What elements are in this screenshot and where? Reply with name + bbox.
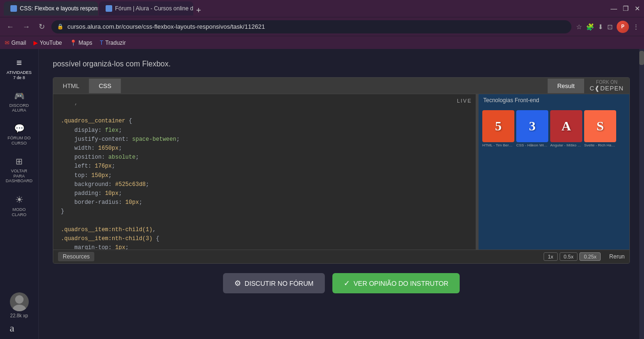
sidebar-item-dashboard[interactable]: ⊞ VOLTARPARADASHBOARD [2,153,36,187]
code-line: .quadros__item:nth-child(3) { [61,234,468,243]
alura-logo: a [10,322,29,334]
tab-active[interactable]: CSS: Flexbox e layouts responsi... ✕ [4,1,98,16]
css-tab[interactable]: CSS [89,79,121,93]
preview-header: Tecnologias Front-end [479,94,629,106]
bookmark-traduzir[interactable]: T Traduzir [100,40,126,46]
forum-label: FÓRUM DOCURSO [8,136,31,146]
gmail-label: Gmail [11,40,26,46]
code-line: .quadros__container { [61,117,468,126]
preview-card-angular: A [550,110,582,142]
bottom-actions: ⚙ DISCUTIR NO FÓRUM ✓ VER OPINIÃO DO INS… [39,264,644,303]
live-badge: LIVE [457,98,472,104]
discord-icon: 🎮 [14,91,25,101]
sidebar-item-discord[interactable]: 🎮 DISCORDALURA [2,87,36,117]
address-input-box[interactable]: 🔒 cursos.alura.com.br/course/css-flexbox… [51,20,571,33]
codepen-embed: HTML CSS Result FORK ON C❰DEPEN LIVE , [53,77,630,264]
codepen-body: LIVE , .quadros__container { display: fl… [53,94,629,250]
instructor-btn-icon: ✓ [344,279,350,288]
preview-item-html5: 5 HTML - Tim Berners Lee [482,110,514,147]
bookmarks-bar: ✉ Gmail ▶ YouTube 📍 Maps T Traduzir [0,36,644,49]
new-tab-button[interactable]: + [196,6,201,16]
extension-icon[interactable]: 🧩 [586,23,594,31]
bookmark-gmail[interactable]: ✉ Gmail [5,40,26,46]
tab-inactive[interactable]: Fórum | Alura - Cursos online d... ✕ [99,1,193,16]
atividades-label: ATIVIDADES7 de 8 [7,70,32,81]
browser-tabs: CSS: Flexbox e layouts responsi... ✕ Fór… [4,1,607,16]
dashboard-icon: ⊞ [16,156,23,167]
sidebar-item-atividades[interactable]: ≡ ATIVIDADES7 de 8 [2,54,36,84]
refresh-button[interactable]: ↻ [37,21,47,32]
codepen-logo: C❰DEPEN [590,85,624,92]
code-line [61,216,468,225]
forward-button[interactable]: → [21,22,32,32]
fork-on-codepen[interactable]: FORK ON C❰DEPEN [584,78,629,94]
zoom-1x[interactable]: 1x [544,252,558,261]
resources-button[interactable]: Resources [58,252,94,261]
code-line: background: #525c63d8; [61,180,468,189]
minimize-button[interactable]: — [611,5,617,12]
preview-panel: Tecnologias Front-end 5 HTML - Tim Berne… [479,94,629,250]
download-icon[interactable]: ⬇ [598,23,603,31]
codepen-tabs-bar: HTML CSS Result FORK ON C❰DEPEN [53,78,629,94]
codepen-footer: Resources 1x 0.5x 0.25x Rerun [53,250,629,263]
code-line [61,108,468,117]
menu-icon[interactable]: ⋮ [633,23,639,31]
modo-claro-icon: ☀ [15,194,24,205]
sidebar: ≡ ATIVIDADES7 de 8 🎮 DISCORDALURA 💬 FÓRU… [0,49,39,339]
zoom-05x[interactable]: 0.5x [560,252,578,261]
code-line: margin-top: 1px; [61,243,468,250]
code-line: , [61,99,468,108]
codepen-header-right: Result FORK ON C❰DEPEN [547,78,629,94]
content-area: possível organizá-los com Flexbox. HTML … [39,49,644,339]
forum-btn-icon: ⚙ [234,279,241,288]
youtube-label: YouTube [40,40,62,46]
lock-icon: 🔒 [57,24,64,30]
html-tab[interactable]: HTML [53,79,89,93]
page-header-text: possível organizá-los com Flexbox. [39,49,644,77]
address-bar-row: ← → ↻ 🔒 cursos.alura.com.br/course/css-f… [0,17,644,36]
preview-card-svelte: S [584,110,616,142]
atividades-icon: ≡ [17,57,22,68]
code-line: top: 150px; [61,171,468,180]
maximize-button[interactable]: ❐ [623,5,629,12]
youtube-icon: ▶ [33,40,38,46]
close-button[interactable]: ✕ [635,5,640,12]
main-layout: ≡ ATIVIDADES7 de 8 🎮 DISCORDALURA 💬 FÓRU… [0,49,644,339]
user-avatar[interactable] [10,292,29,311]
code-line: border-radius: 10px; [61,198,468,207]
sidebar-item-forum[interactable]: 💬 FÓRUM DOCURSO [2,120,36,150]
instructor-opinion-button[interactable]: ✓ VER OPINIÃO DO INSTRUTOR [332,273,460,293]
sidebar-item-modo[interactable]: ☀ MODOCLARO [2,190,36,221]
traduzir-label: Traduzir [105,40,126,46]
bookmark-star-icon[interactable]: ☆ [576,23,582,31]
profile-avatar[interactable]: P [617,21,629,33]
address-text: cursos.alura.com.br/course/css-flexbox-l… [67,23,566,30]
svg-point-1 [13,305,26,311]
zoom-025x[interactable]: 0.25x [579,252,601,261]
code-panel[interactable]: LIVE , .quadros__container { display: fl… [53,94,476,250]
forum-btn-label: DISCUTIR NO FÓRUM [245,280,314,287]
preview-cards-container: 5 HTML - Tim Berners Lee 3 CSS - Håkon W… [479,106,629,151]
codepen-tabs-left: HTML CSS [53,79,121,93]
result-tab[interactable]: Result [547,79,584,93]
preview-item-svelte: S Svelte - Rich Harris [584,110,616,147]
back-button[interactable]: ← [5,22,16,32]
rerun-button[interactable]: Rerun [609,253,625,260]
user-xp: 22.8k xp [10,313,29,318]
sidebar-bottom: 22.8k xp a [10,292,29,334]
code-line: justify-content: space-between; [61,135,468,144]
tab2-favicon [106,5,112,12]
svg-point-0 [15,295,24,304]
address-bar-actions: ☆ 🧩 ⬇ ⊡ P ⋮ [576,21,639,33]
browser-window-controls: — ❐ ✕ [611,5,640,12]
page-scrollbar[interactable] [639,49,644,339]
discord-label: DISCORDALURA [9,103,29,113]
dashboard-label: VOLTARPARADASHBOARD [6,169,33,184]
preview-label-html5: HTML - Tim Berners Lee [482,143,514,147]
split-view-icon[interactable]: ⊡ [607,23,613,31]
modo-claro-label: MODOCLARO [12,207,26,218]
discuss-forum-button[interactable]: ⚙ DISCUTIR NO FÓRUM [223,273,325,293]
bookmark-maps[interactable]: 📍 Maps [70,40,92,46]
code-line: } [61,207,468,216]
bookmark-youtube[interactable]: ▶ YouTube [33,40,62,46]
